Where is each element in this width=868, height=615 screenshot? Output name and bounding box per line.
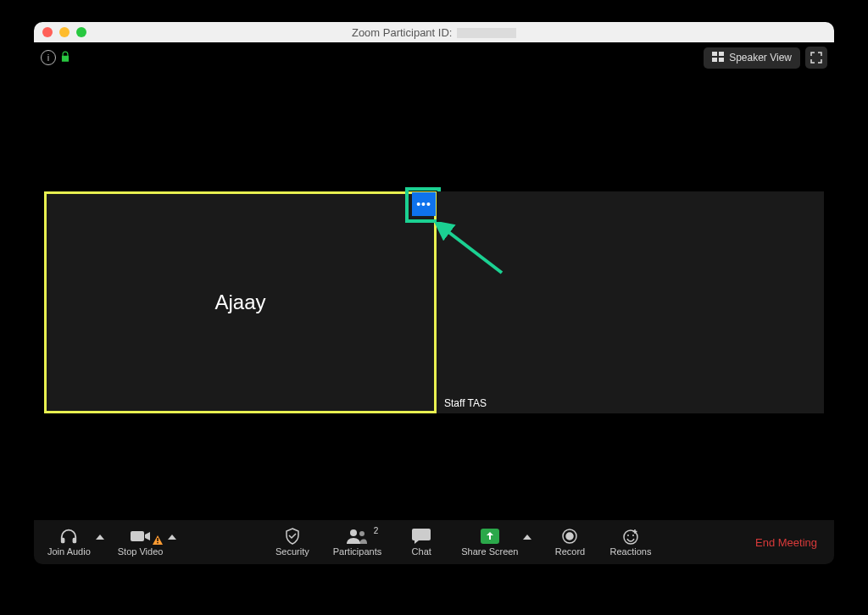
video-grid: Ajaay ••• Staff TAS: [44, 191, 824, 413]
security-button[interactable]: Security: [270, 524, 314, 560]
participant-tile[interactable]: Staff TAS: [437, 191, 824, 413]
stop-video-label: Stop Video: [118, 546, 164, 557]
audio-options-chevron[interactable]: [96, 532, 108, 553]
shield-icon: [285, 528, 300, 545]
svg-point-11: [350, 529, 357, 536]
security-label: Security: [275, 546, 309, 557]
speaker-view-button[interactable]: Speaker View: [704, 47, 800, 69]
participant-tile-active[interactable]: Ajaay •••: [44, 191, 437, 413]
participant-name-tag: Staff TAS: [442, 396, 489, 410]
svg-rect-0: [712, 52, 717, 56]
toolbar-center-group: Security Participants 2 Chat: [180, 524, 747, 560]
window-controls: [34, 27, 86, 37]
svg-point-16: [627, 535, 629, 536]
svg-rect-3: [719, 58, 724, 62]
join-audio-label: Join Audio: [47, 546, 91, 557]
record-button[interactable]: Record: [548, 524, 591, 560]
window-titlebar: Zoom Participant ID:: [34, 22, 834, 42]
share-screen-button[interactable]: Share Screen: [456, 524, 523, 560]
svg-point-14: [566, 533, 573, 540]
record-icon: [561, 528, 578, 545]
ellipsis-icon: •••: [416, 197, 431, 211]
fullscreen-button[interactable]: [805, 47, 827, 69]
participant-id-redacted: [457, 28, 516, 38]
stop-video-button[interactable]: Stop Video: [113, 524, 169, 560]
svg-rect-1: [719, 52, 724, 56]
toolbar-right-group: End Meeting: [747, 531, 826, 554]
people-icon: [347, 528, 367, 545]
join-audio-button[interactable]: Join Audio: [42, 524, 96, 560]
svg-rect-10: [158, 542, 159, 543]
participant-more-button[interactable]: •••: [412, 192, 436, 216]
chat-label: Chat: [412, 546, 431, 557]
meeting-info-icon[interactable]: i: [41, 50, 56, 65]
chat-button[interactable]: Chat: [400, 524, 442, 560]
video-options-chevron[interactable]: [168, 532, 180, 553]
maximize-window-button[interactable]: [76, 27, 86, 37]
top-controls-bar: i Speaker View: [34, 42, 834, 73]
encryption-lock-icon[interactable]: [59, 51, 71, 65]
toolbar-left-group: Join Audio Stop Video: [42, 524, 180, 560]
headphones-icon: [59, 528, 78, 545]
reactions-button[interactable]: Reactions: [604, 524, 656, 560]
window-title-text: Zoom Participant ID:: [352, 26, 453, 39]
reactions-label: Reactions: [609, 546, 651, 557]
svg-point-17: [632, 535, 634, 536]
window-title: Zoom Participant ID:: [34, 26, 834, 39]
zoom-window: Zoom Participant ID: i Speaker View Ajaa: [34, 22, 834, 564]
participants-button[interactable]: Participants 2: [328, 524, 387, 560]
svg-rect-6: [61, 538, 65, 543]
record-label: Record: [555, 546, 585, 557]
svg-point-12: [359, 531, 364, 536]
reactions-icon: [622, 528, 639, 545]
svg-rect-9: [158, 538, 159, 541]
top-right-controls: Speaker View: [704, 47, 827, 69]
share-screen-icon: [481, 528, 499, 545]
meeting-toolbar: Join Audio Stop Video: [34, 520, 834, 564]
grid-icon: [712, 52, 724, 64]
share-options-chevron[interactable]: [523, 532, 535, 553]
participants-label: Participants: [333, 546, 381, 557]
warning-icon: [153, 535, 163, 546]
end-meeting-button[interactable]: End Meeting: [747, 531, 826, 554]
close-window-button[interactable]: [42, 27, 53, 37]
svg-rect-8: [131, 531, 144, 541]
svg-rect-2: [712, 58, 717, 62]
speaker-view-label: Speaker View: [729, 52, 792, 64]
chat-icon: [412, 528, 431, 545]
participants-count-badge: 2: [374, 526, 379, 535]
camera-icon: [131, 528, 151, 545]
svg-rect-7: [73, 538, 77, 543]
minimize-window-button[interactable]: [59, 27, 70, 37]
participant-name: Ajaay: [214, 291, 265, 314]
top-left-controls: i: [41, 50, 71, 65]
share-screen-label: Share Screen: [461, 546, 518, 557]
